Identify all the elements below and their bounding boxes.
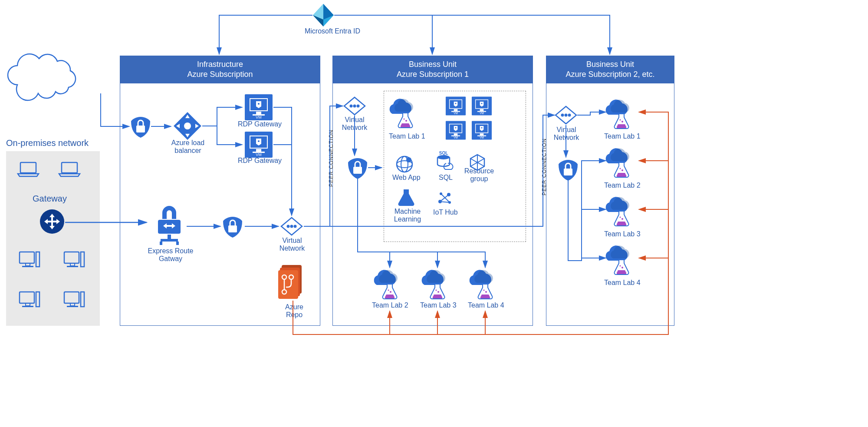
sql-label: SQL (437, 174, 454, 182)
infra-title1: Infrastructure (120, 60, 320, 70)
bu2-header: Business Unit Azure Subscription 2, etc. (546, 56, 674, 83)
rdp1-label: RDP Gateway (238, 120, 282, 128)
bu1-lab1-label: Team Lab 1 (389, 132, 425, 140)
infra-title2: Azure Subscription (120, 70, 320, 79)
entra-icon (313, 4, 334, 26)
bu1-peer-label: PEER CONNECTION (328, 129, 334, 187)
infra-box: Infrastructure Azure Subscription (120, 56, 320, 326)
bu2-lab2-label: Team Lab 2 (604, 182, 641, 189)
bu1-lab3-label: Team Lab 3 (420, 301, 457, 309)
bu2-title2: Azure Subscription 2, etc. (546, 70, 674, 79)
gateway-label: Gateway (33, 194, 67, 204)
bu2-lab3-label: Team Lab 3 (604, 230, 641, 238)
ml-label: Machine Learning (392, 208, 423, 223)
bu2-vnet-label: Virtual Network (552, 126, 580, 142)
rdp2-label: RDP Gateway (238, 157, 282, 165)
bu2-lab1-label: Team Lab 1 (604, 132, 641, 140)
internet-label: Internet (33, 75, 62, 85)
onprem-title: On-premises network (6, 138, 89, 148)
lb-label: Azure load balancer (166, 139, 210, 155)
bu2-title1: Business Unit (546, 60, 674, 70)
bu1-lab2-label: Team Lab 2 (372, 301, 408, 309)
infra-header: Infrastructure Azure Subscription (120, 56, 320, 83)
bu2-peer-label: PEER CONNECTION (541, 138, 547, 195)
bu1-title2: Azure Subscription 1 (333, 70, 533, 79)
erg-label: Express Route Gatway (145, 247, 197, 263)
bu1-lab4-label: Team Lab 4 (468, 301, 504, 309)
bu1-vnet-label: Virtual Network (341, 116, 368, 132)
webapp-label: Web App (392, 174, 421, 182)
bu1-title1: Business Unit (333, 60, 533, 70)
entra-label: Microsoft Entra ID (298, 27, 367, 35)
entra-connectors (219, 15, 610, 54)
bu2-lab4-label: Team Lab 4 (604, 279, 641, 287)
infra-vnet-label: Virtual Network (277, 237, 307, 252)
rg-label: Resource group (462, 167, 496, 183)
onprem-box (6, 151, 100, 326)
bu1-header: Business Unit Azure Subscription 1 (333, 56, 533, 83)
iot-label: IoT Hub (433, 209, 458, 216)
repo-label: Azure Repo (281, 303, 307, 319)
